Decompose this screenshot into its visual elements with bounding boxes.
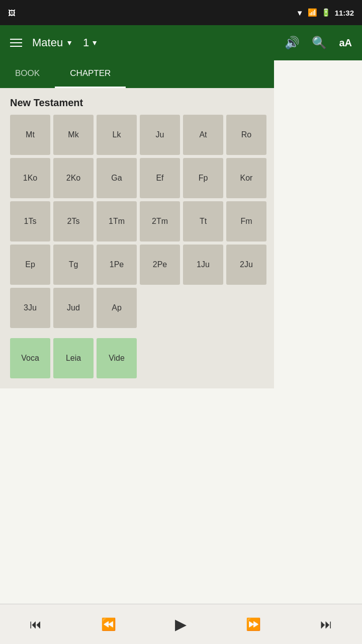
book-1pe[interactable]: 1Pe [97, 245, 137, 285]
tab-chapter[interactable]: CHAPTER [55, 60, 126, 88]
book-ju[interactable]: Ju [140, 115, 180, 155]
photo-icon: 🖼 [8, 9, 16, 17]
book-1ko[interactable]: 1Ko [10, 158, 50, 198]
battery-icon: 🔋 [321, 8, 331, 17]
book-kor[interactable]: Kor [226, 158, 266, 198]
tab-bar: BOOK CHAPTER [0, 60, 274, 88]
special-leia[interactable]: Leia [53, 338, 94, 378]
rewind-button[interactable]: ⏪ [97, 613, 120, 635]
book-ro[interactable]: Ro [226, 115, 266, 155]
time-display: 11:32 [335, 9, 354, 17]
book-chapter-panel: BOOK CHAPTER New Testament Mt Mk Lk Ju A… [0, 60, 274, 388]
book-dropdown-icon: ▼ [66, 39, 73, 47]
book-2pe[interactable]: 2Pe [140, 245, 180, 285]
search-button[interactable]: 🔍 [312, 36, 327, 50]
book-fm[interactable]: Fm [226, 201, 266, 242]
play-button[interactable]: ▶ [171, 611, 191, 637]
chapter-dropdown-icon: ▼ [91, 39, 98, 47]
skip-forward-button[interactable]: ⏭ [316, 613, 336, 635]
font-size-button[interactable]: aA [339, 37, 352, 49]
book-at[interactable]: At [183, 115, 223, 155]
book-3ju[interactable]: 3Ju [10, 288, 50, 328]
book-ga[interactable]: Ga [97, 158, 137, 198]
book-title-label: Mateu [32, 36, 63, 49]
chapter-dropdown[interactable]: 1 ▼ [83, 36, 98, 49]
special-section-grid: Voca Leia Vide [0, 338, 274, 378]
book-jud[interactable]: Jud [53, 288, 94, 328]
book-1ju[interactable]: 1Ju [183, 245, 223, 285]
player-bar: ⏮ ⏪ ▶ ⏩ ⏭ [0, 604, 362, 644]
book-lk[interactable]: Lk [97, 115, 137, 155]
status-bar: 🖼 ▼ 📶 🔋 11:32 [0, 0, 362, 25]
empty-cell-2 [183, 288, 223, 328]
special-voca[interactable]: Voca [10, 338, 50, 378]
book-ep[interactable]: Ep [10, 245, 50, 285]
empty-cell-1 [140, 288, 180, 328]
nav-bar: Mateu ▼ 1 ▼ 🔊 🔍 aA [0, 25, 362, 60]
book-1ts[interactable]: 1Ts [10, 201, 50, 242]
special-vide[interactable]: Vide [97, 338, 137, 378]
chapter-num-label: 1 [83, 36, 89, 49]
book-title-dropdown[interactable]: Mateu ▼ [32, 36, 73, 49]
book-ef[interactable]: Ef [140, 158, 180, 198]
book-ap[interactable]: Ap [97, 288, 137, 328]
books-grid: Mt Mk Lk Ju At Ro 1Ko 2Ko Ga Ef Fp Kor 1… [0, 115, 274, 328]
signal-icon: 📶 [308, 8, 317, 17]
menu-button[interactable] [10, 39, 22, 47]
book-1tm[interactable]: 1Tm [97, 201, 137, 242]
book-mk[interactable]: Mk [53, 115, 94, 155]
book-mt[interactable]: Mt [10, 115, 50, 155]
book-2tm[interactable]: 2Tm [140, 201, 180, 242]
skip-back-button[interactable]: ⏮ [26, 613, 46, 635]
book-tt[interactable]: Tt [183, 201, 223, 242]
tab-book[interactable]: BOOK [0, 60, 55, 88]
fast-forward-button[interactable]: ⏩ [242, 613, 265, 635]
book-2ju[interactable]: 2Ju [226, 245, 266, 285]
book-tg[interactable]: Tg [53, 245, 94, 285]
empty-cell-3 [226, 288, 266, 328]
wifi-icon: ▼ [296, 9, 304, 17]
book-fp[interactable]: Fp [183, 158, 223, 198]
sound-button[interactable]: 🔊 [285, 36, 300, 50]
book-2ts[interactable]: 2Ts [53, 201, 94, 242]
testament-heading: New Testament [0, 88, 274, 115]
book-2ko[interactable]: 2Ko [53, 158, 94, 198]
